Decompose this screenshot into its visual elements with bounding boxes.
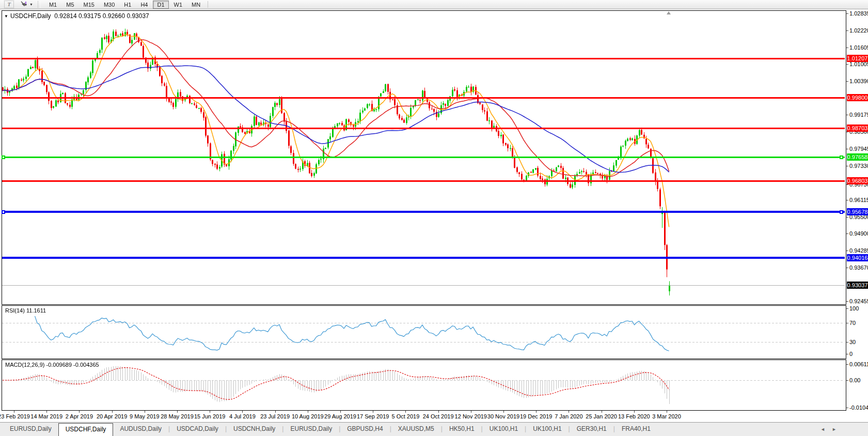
macd-indicator-panel <box>2 360 846 411</box>
macd-signal-value: -0.004365 <box>73 362 99 368</box>
indicator-axis-tick: 0.006115 <box>849 361 868 367</box>
price-axis-tick: 0.94285 <box>849 247 868 254</box>
chart-tab-hk50-h1[interactable]: HK50,H1 <box>443 423 481 436</box>
horizontal-line-0.97658[interactable] <box>2 157 845 158</box>
chart-tab-usdchf-daily[interactable]: USDCHF,Daily <box>58 423 114 436</box>
price-axis-tickmark <box>846 13 848 14</box>
chart-tab-uk100-h1[interactable]: UK100,H1 <box>483 423 525 436</box>
line-handle-right[interactable] <box>840 210 843 214</box>
current-price-line <box>2 285 845 286</box>
indicator-axis-tickmark <box>846 380 848 381</box>
timeframe-button-d1[interactable]: D1 <box>153 1 168 9</box>
mt4-window: T ▼ M1M5M15M30H1H4D1W1MN ▼USDCHF,Daily 0… <box>0 0 868 436</box>
date-axis-label: 2 Apr 2019 <box>66 413 93 419</box>
line-handle-left[interactable] <box>2 155 5 159</box>
price-badge-0.93037: 0.93037 <box>847 282 868 289</box>
tabs-scroll-right-icon[interactable]: ► <box>832 427 837 432</box>
arrows-icon <box>20 0 28 9</box>
chart-tab-xauusd-m5[interactable]: XAUUSD,M5 <box>391 423 441 436</box>
price-badge-0.96803: 0.96803 <box>847 177 868 184</box>
chart-shift-marker-icon[interactable] <box>667 11 671 14</box>
chart-tab-uk100-h1[interactable]: UK100,H1 <box>526 423 568 436</box>
price-axis-tickmark <box>846 48 848 48</box>
price-axis-tickmark <box>846 217 848 217</box>
price-axis-tick: 1.02220 <box>849 27 868 34</box>
date-axis-tickmark <box>46 411 47 413</box>
toolbar-separator <box>208 1 208 8</box>
horizontal-line-0.99800[interactable] <box>2 97 845 99</box>
price-axis-tickmark <box>846 251 848 251</box>
price-axis-tickmark <box>846 132 848 132</box>
chart-tab-audusd-daily[interactable]: AUDUSD,Daily <box>113 423 168 436</box>
date-axis-tickmark <box>177 411 178 413</box>
timeframe-button-m5[interactable]: M5 <box>62 1 78 9</box>
timeframe-button-w1[interactable]: W1 <box>170 1 187 9</box>
horizontal-line-1.01207[interactable] <box>2 58 845 59</box>
macd-value: -0.009689 <box>46 362 72 368</box>
timeframe-button-group: M1M5M15M30H1H4D1W1MN <box>44 1 205 9</box>
date-axis-tickmark <box>667 411 667 413</box>
indicator-axis-tickmark <box>846 323 848 323</box>
price-axis-tickmark <box>846 166 848 166</box>
price-axis-tick: 1.00390 <box>849 78 868 84</box>
line-handle-right[interactable] <box>840 155 843 159</box>
indicator-axis-tick: -0.010441 <box>849 404 868 411</box>
chart-tab-usdcad-daily[interactable]: USDCAD,Daily <box>170 423 225 436</box>
price-axis-tickmark <box>846 233 848 234</box>
date-axis-label: 23 Feb 2019 <box>0 413 30 419</box>
indicator-axis-tickmark <box>846 364 848 365</box>
date-axis-label: 9 May 2019 <box>130 413 159 419</box>
horizontal-line-0.98703[interactable] <box>2 128 845 129</box>
indicator-axis-tick: 100 <box>849 305 859 312</box>
date-axis-label: 29 Aug 2019 <box>324 413 356 419</box>
horizontal-line-0.95678[interactable] <box>2 211 845 213</box>
date-axis-tickmark <box>79 411 80 413</box>
date-axis-tickmark <box>308 411 308 413</box>
price-axis-tick: 0.93670 <box>849 264 868 271</box>
chart-collapse-icon[interactable]: ▼ <box>4 14 8 19</box>
timeframe-button-h1[interactable]: H1 <box>120 1 135 9</box>
macd-label: MACD(12,26,9) -0.009689 -0.004365 <box>5 362 99 368</box>
chart-tab-gbpusd-h4[interactable]: GBPUSD,H4 <box>340 423 389 436</box>
date-axis-tickmark <box>634 411 635 413</box>
tabs-scroll-left-icon[interactable]: ◄ <box>820 427 825 432</box>
price-axis-tick: 0.97945 <box>849 146 868 152</box>
price-chart-panel <box>2 10 846 305</box>
indicator-axis-tickmark <box>846 342 848 342</box>
date-axis-label: 30 Nov 2019 <box>487 413 519 419</box>
chart-tab-eurusd-daily[interactable]: EURUSD,Daily <box>283 423 339 436</box>
date-axis-tickmark <box>242 411 243 413</box>
rsi-indicator-panel <box>2 305 846 359</box>
chart-tab-ger30-h1[interactable]: GER30,H1 <box>570 423 613 436</box>
text-label-tool-icon[interactable]: T <box>4 1 14 8</box>
date-axis-label: 4 Jul 2019 <box>229 413 256 419</box>
horizontal-line-0.96803[interactable] <box>2 180 845 182</box>
chart-tab-fra40-h1[interactable]: FRA40,H1 <box>615 423 657 436</box>
date-axis-tickmark <box>112 411 113 413</box>
chart-tab-eurusd-daily[interactable]: EURUSD,Daily <box>3 423 58 436</box>
timeframe-button-h4[interactable]: H4 <box>136 1 152 9</box>
date-axis-label: 20 Apr 2019 <box>97 413 127 419</box>
chart-tab-usdcnh-daily[interactable]: USDCNH,Daily <box>227 423 282 436</box>
date-axis-label: 5 Oct 2019 <box>391 413 419 419</box>
horizontal-line-0.94016[interactable] <box>2 257 845 259</box>
date-axis-tickmark <box>602 411 602 413</box>
date-axis-label: 7 Jan 2020 <box>555 413 582 419</box>
date-axis-tickmark <box>569 411 569 413</box>
date-axis-tickmark <box>536 411 536 413</box>
timeframe-button-m15[interactable]: M15 <box>80 1 99 9</box>
timeframe-button-m30[interactable]: M30 <box>100 1 119 9</box>
arrow-objects-tool[interactable]: ▼ <box>20 1 33 8</box>
timeframe-button-m1[interactable]: M1 <box>45 1 61 9</box>
price-axis-tickmark <box>846 115 848 115</box>
timeframe-button-mn[interactable]: MN <box>187 1 204 9</box>
date-axis-label: 12 Nov 2019 <box>455 413 487 419</box>
date-axis-tickmark <box>438 411 439 413</box>
line-handle-left[interactable] <box>2 210 5 214</box>
rsi-label: RSI(14) 11.1611 <box>5 307 46 314</box>
indicator-axis-tickmark <box>846 354 848 354</box>
price-axis-tick: 0.96115 <box>849 197 868 203</box>
rsi-canvas[interactable] <box>2 306 845 357</box>
chart-ohlc-values: 0.92814 0.93175 0.92660 0.93037 <box>54 12 149 20</box>
macd-canvas[interactable] <box>2 360 845 409</box>
